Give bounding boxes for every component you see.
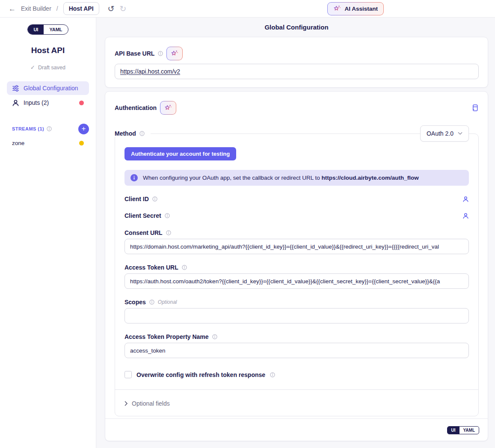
banner-text: When configuring your OAuth app, set the…: [143, 175, 419, 181]
authenticate-button[interactable]: Authenticate your account for testing: [124, 147, 236, 160]
api-base-url-card: API Base URL: [105, 37, 488, 88]
inputs-status-dot: [79, 101, 84, 105]
client-secret-row: Client Secret: [124, 212, 469, 220]
client-id-label: Client ID: [124, 196, 149, 202]
redo-icon[interactable]: ↻: [119, 5, 126, 13]
auth-method-select[interactable]: OAuth 2.0: [420, 125, 469, 142]
back-arrow-icon[interactable]: ←: [9, 5, 16, 12]
stream-name-label: zone: [12, 140, 24, 146]
sidebar-item-inputs[interactable]: Inputs (2): [7, 96, 89, 110]
ai-assistant-button[interactable]: AI Assistant: [327, 2, 384, 15]
overwrite-config-label: Overwrite config with refresh token resp…: [136, 371, 265, 378]
save-status-label: Draft saved: [38, 65, 65, 71]
info-icon: [149, 300, 154, 305]
sidebar-item-label: Global Configuration: [24, 85, 78, 92]
add-stream-button[interactable]: +: [78, 124, 89, 134]
method-label: Method: [115, 130, 136, 137]
authentication-card: Authentication: [105, 91, 488, 441]
streams-label: STREAMS (1): [12, 126, 44, 131]
user-icon: [12, 99, 19, 107]
api-base-url-input[interactable]: [115, 64, 479, 79]
card-footer: UI YAML: [105, 418, 488, 441]
ui-yaml-toggle-top: UI YAML: [27, 24, 68, 35]
sidebar: UI YAML Host API ✓ Draft saved Global Co…: [0, 18, 96, 448]
access-token-url-field: Access Token URL: [124, 264, 469, 289]
oauth-group: Authenticate your account for testing Wh…: [115, 134, 479, 416]
breadcrumb-separator: /: [56, 5, 58, 12]
authentication-label: Authentication: [115, 104, 157, 111]
token-property-label: Access Token Property Name: [124, 333, 209, 340]
optional-fields-toggle[interactable]: Optional fields: [115, 389, 478, 416]
check-icon: ✓: [30, 64, 35, 71]
exit-builder-link[interactable]: Exit Builder: [21, 5, 51, 12]
toggle-yaml-option[interactable]: YAML: [459, 427, 479, 434]
ai-sparkle-star-icon: [171, 50, 178, 57]
sliders-icon: [12, 85, 19, 92]
access-token-url-input[interactable]: [124, 273, 469, 289]
streams-header: STREAMS (1) +: [7, 123, 89, 134]
chevron-right-icon: [124, 401, 128, 406]
sidebar-item-label: Inputs (2): [24, 99, 49, 106]
client-id-row: Client ID: [124, 195, 469, 203]
scopes-label: Scopes: [124, 299, 146, 306]
user-input-icon: [462, 196, 469, 202]
save-status: ✓ Draft saved: [7, 64, 89, 71]
stream-status-dot: [79, 141, 84, 145]
info-icon: [182, 265, 187, 270]
info-icon: [47, 126, 52, 131]
ai-sparkle-star-icon: [164, 104, 172, 112]
toggle-yaml-option[interactable]: YAML: [44, 25, 68, 34]
docs-book-icon[interactable]: [471, 104, 479, 112]
ai-assist-button[interactable]: [160, 101, 176, 115]
info-icon: [152, 196, 157, 202]
top-bar: ← Exit Builder / Host API ↺ ↻ AI Assista…: [0, 0, 495, 18]
connector-title: Host API: [7, 46, 89, 55]
scopes-field: Scopes Optional: [124, 299, 469, 323]
ai-assist-button[interactable]: [166, 47, 183, 60]
client-secret-label: Client Secret: [124, 212, 161, 219]
info-icon: [139, 131, 145, 136]
token-property-field: Access Token Property Name: [124, 333, 469, 358]
consent-url-input[interactable]: [124, 239, 469, 254]
method-row: Method OAuth 2.0: [115, 125, 479, 142]
info-icon: [212, 334, 217, 339]
info-icon: [158, 51, 163, 56]
oauth-callback-banner: When configuring your OAuth app, set the…: [124, 170, 469, 186]
api-base-url-label: API Base URL: [115, 50, 154, 57]
access-token-url-label: Access Token URL: [124, 264, 178, 271]
ai-assistant-label: AI Assistant: [344, 6, 378, 12]
user-input-icon: [462, 213, 469, 219]
toggle-ui-option[interactable]: UI: [448, 427, 459, 434]
toggle-ui-option[interactable]: UI: [28, 25, 44, 34]
info-icon: [165, 213, 170, 218]
scopes-input[interactable]: [124, 308, 469, 323]
auth-method-value: OAuth 2.0: [427, 130, 454, 137]
undo-icon[interactable]: ↺: [108, 5, 115, 13]
optional-fields-label: Optional fields: [132, 400, 170, 407]
overwrite-config-row: Overwrite config with refresh token resp…: [124, 371, 469, 378]
overwrite-config-checkbox[interactable]: [124, 371, 132, 378]
main-content: Global Configuration API Base URL: [96, 18, 495, 448]
info-icon: [166, 230, 171, 235]
token-property-input[interactable]: [124, 343, 469, 358]
consent-url-field: Consent URL: [124, 229, 469, 254]
sidebar-item-global-configuration[interactable]: Global Configuration: [7, 81, 89, 95]
optional-tag: Optional: [158, 299, 177, 305]
chevron-down-icon: [458, 132, 462, 135]
page-title: Global Configuration: [105, 24, 488, 31]
ai-sparkle-star-icon: [333, 5, 341, 12]
sidebar-item-stream-zone[interactable]: zone: [7, 136, 89, 150]
ui-yaml-toggle-bottom: UI YAML: [447, 426, 479, 434]
callback-url: https://cloud.airbyte.com/auth_flow: [321, 175, 418, 181]
info-filled-icon: [130, 174, 138, 181]
consent-url-label: Consent URL: [124, 229, 163, 236]
info-icon: [270, 372, 275, 377]
connector-name-field[interactable]: Host API: [63, 2, 99, 15]
